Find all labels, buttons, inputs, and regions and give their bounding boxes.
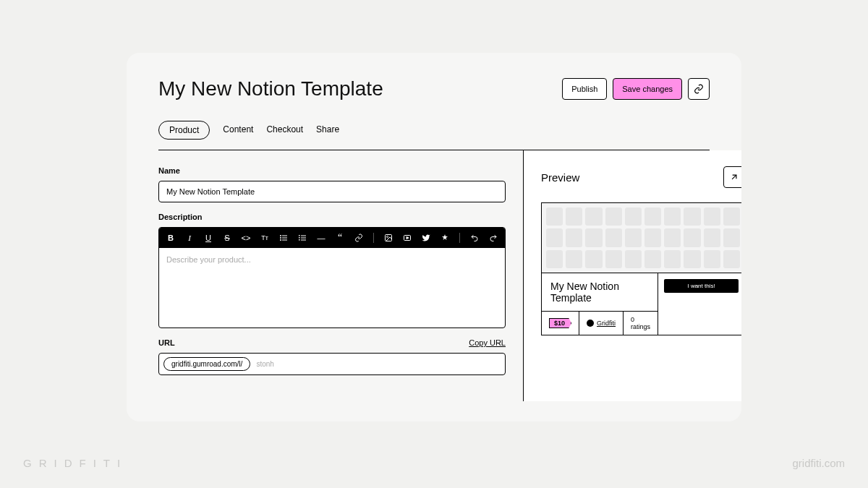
ordered-list-icon[interactable] [297, 234, 308, 242]
url-field: URL Copy URL gridfiti.gumroad.com/l/ sto… [158, 338, 506, 375]
link-icon [694, 84, 704, 94]
preview-author: Gridfiti [579, 312, 624, 335]
tab-checkout[interactable]: Checkout [266, 121, 303, 140]
preview-cover-placeholder [542, 203, 741, 273]
preview-ratings: 0 ratings [624, 312, 658, 335]
svg-rect-1 [282, 236, 287, 236]
avatar-icon [587, 320, 594, 327]
buy-button[interactable]: I want this! [664, 279, 739, 293]
preview-heading: Preview [541, 171, 579, 184]
tab-share[interactable]: Share [316, 121, 339, 140]
panels: Name Description B I U S <> Tт [158, 150, 710, 401]
toolbar-separator-2 [459, 233, 460, 243]
preview-main: My New Notion Template $10 Gridfiti 0 ra… [542, 273, 658, 335]
editor-toolbar: B I U S <> Tт ― “ [159, 228, 505, 248]
undo-icon[interactable] [469, 234, 480, 242]
redo-icon[interactable] [488, 234, 499, 242]
description-field: Description B I U S <> Tт [158, 213, 506, 328]
svg-rect-3 [282, 238, 287, 239]
toolbar-separator [373, 233, 374, 243]
header: My New Notion Template Publish Save chan… [127, 53, 741, 140]
publish-button[interactable]: Publish [562, 78, 607, 100]
preview-price: $10 [542, 312, 579, 335]
description-label: Description [158, 213, 506, 221]
bold-icon[interactable]: B [165, 234, 176, 242]
svg-rect-8 [301, 240, 306, 241]
svg-rect-6 [301, 236, 306, 236]
page-title: My New Notion Template [158, 77, 383, 100]
quote-icon[interactable]: “ [334, 232, 346, 244]
twitter-icon[interactable] [420, 234, 432, 242]
underline-icon[interactable]: U [203, 234, 214, 242]
svg-rect-9 [299, 235, 300, 236]
editor-card: My New Notion Template Publish Save chan… [127, 53, 741, 421]
expand-preview-button[interactable] [723, 166, 741, 188]
svg-rect-11 [299, 239, 300, 241]
description-textarea[interactable]: Describe your product... [159, 248, 505, 328]
image-icon[interactable] [383, 234, 394, 242]
svg-rect-7 [301, 238, 306, 239]
preview-meta: $10 Gridfiti 0 ratings [542, 312, 658, 335]
more-icon[interactable] [439, 234, 451, 242]
tab-product[interactable]: Product [158, 121, 210, 140]
embed-icon[interactable] [401, 234, 413, 242]
preview-panel: Preview My New N [524, 150, 741, 401]
tabs: Product Content Checkout Share [158, 121, 710, 140]
watermark-brand: GRIDFITI [23, 457, 127, 469]
copy-url-link[interactable]: Copy URL [469, 338, 506, 347]
copy-link-button[interactable] [688, 78, 710, 100]
watermark-url: gridfiti.com [792, 457, 845, 469]
name-label: Name [158, 166, 506, 175]
link-tool-icon[interactable] [353, 234, 365, 242]
price-tag: $10 [549, 318, 571, 328]
header-actions: Publish Save changes [562, 78, 710, 100]
svg-point-4 [280, 239, 281, 241]
preview-product-title: My New Notion Template [542, 273, 658, 312]
name-input[interactable] [158, 181, 506, 202]
url-base-pill: gridfiti.gumroad.com/l/ [163, 357, 250, 371]
url-input[interactable]: gridfiti.gumroad.com/l/ stonh [158, 353, 506, 375]
url-slug: stonh [256, 360, 273, 368]
form-panel: Name Description B I U S <> Tт [158, 150, 524, 401]
description-editor: B I U S <> Tт ― “ [158, 227, 506, 328]
svg-rect-5 [282, 240, 287, 241]
code-icon[interactable]: <> [240, 234, 252, 242]
svg-rect-10 [299, 237, 300, 239]
url-label: URL [158, 338, 175, 347]
tab-content[interactable]: Content [223, 121, 253, 140]
svg-point-13 [387, 236, 388, 238]
bullet-list-icon[interactable] [278, 234, 289, 242]
hr-icon[interactable]: ― [315, 234, 327, 242]
preview-card: My New Notion Template $10 Gridfiti 0 ra… [541, 202, 741, 335]
save-changes-button[interactable]: Save changes [613, 78, 682, 100]
svg-marker-15 [407, 237, 409, 239]
name-field: Name [158, 166, 506, 202]
svg-point-0 [280, 235, 281, 236]
svg-point-2 [280, 237, 281, 239]
text-size-icon[interactable]: Tт [259, 234, 271, 241]
arrow-up-right-icon [729, 172, 739, 182]
strikethrough-icon[interactable]: S [221, 234, 233, 242]
italic-icon[interactable]: I [184, 234, 195, 242]
preview-side: I want this! [658, 273, 741, 335]
author-name: Gridfiti [597, 320, 616, 327]
